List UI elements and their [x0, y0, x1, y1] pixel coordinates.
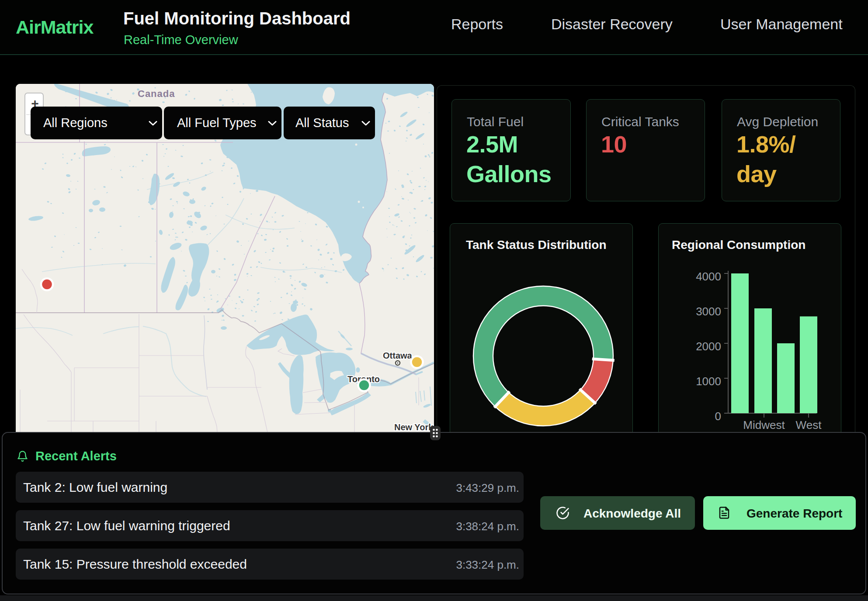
svg-text:1000: 1000: [696, 375, 721, 388]
svg-text:2000: 2000: [696, 340, 721, 353]
svg-text:West: West: [796, 418, 822, 432]
svg-text:0: 0: [715, 410, 721, 423]
svg-text:Ottawa: Ottawa: [383, 351, 413, 360]
svg-text:New York: New York: [394, 422, 434, 432]
svg-text:3000: 3000: [696, 305, 721, 318]
svg-text:Midwest: Midwest: [743, 418, 785, 432]
svg-text:Canada: Canada: [138, 88, 175, 99]
svg-text:4000: 4000: [696, 270, 721, 283]
